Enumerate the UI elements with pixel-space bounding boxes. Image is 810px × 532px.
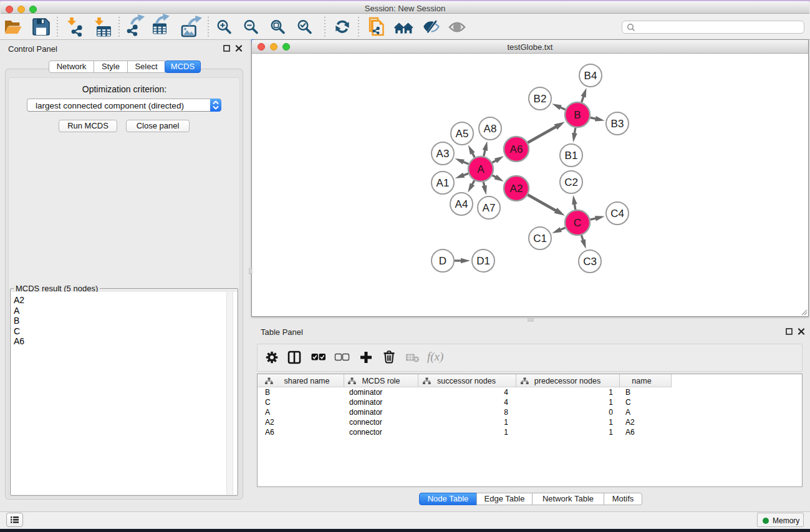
svg-text:A7: A7 <box>483 202 496 214</box>
svg-text:B2: B2 <box>534 93 547 105</box>
svg-text:A3: A3 <box>436 148 450 160</box>
svg-text:A2: A2 <box>510 183 523 195</box>
svg-text:D1: D1 <box>476 255 490 267</box>
svg-text:A6: A6 <box>510 143 523 155</box>
svg-text:C: C <box>574 217 581 229</box>
svg-text:C1: C1 <box>533 233 547 244</box>
svg-text:B: B <box>574 109 581 121</box>
svg-text:C2: C2 <box>564 177 578 188</box>
svg-text:A5: A5 <box>456 128 469 140</box>
svg-text:C4: C4 <box>610 208 624 220</box>
svg-text:A1: A1 <box>436 177 450 189</box>
svg-text:B1: B1 <box>565 150 578 162</box>
svg-text:D: D <box>439 255 446 267</box>
svg-text:A4: A4 <box>455 198 468 210</box>
svg-text:C3: C3 <box>583 256 597 268</box>
svg-text:B4: B4 <box>584 70 597 82</box>
svg-text:B3: B3 <box>611 118 624 130</box>
svg-text:A8: A8 <box>484 123 497 135</box>
svg-text:A: A <box>477 163 485 175</box>
